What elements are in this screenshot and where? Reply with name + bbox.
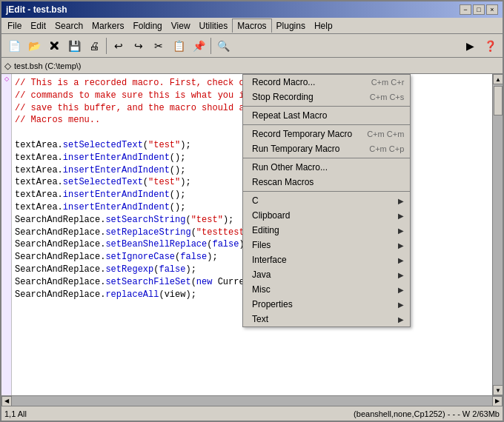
address-diamond: ◇ <box>4 61 11 71</box>
run-other-label: Run Other Macro... <box>252 162 328 173</box>
redo-button[interactable]: ↪ <box>129 36 148 56</box>
window-title: jEdit - test.bsh <box>6 4 67 15</box>
menu-sep-3 <box>243 158 410 158</box>
open-file-button[interactable]: 📂 <box>24 36 44 56</box>
menu-sub-text[interactable]: Text ▶ <box>243 312 410 326</box>
menu-sub-misc[interactable]: Misc ▶ <box>243 282 410 297</box>
paste-button[interactable]: 📌 <box>189 36 208 56</box>
menu-bar: File Edit Search Markers Folding View Ut… <box>1 18 503 34</box>
menu-sep-4 <box>243 191 410 192</box>
run-button[interactable]: ▶ <box>460 36 480 56</box>
record-macro-label: Record Macro... <box>252 77 315 87</box>
menu-rescan[interactable]: Rescan Macros <box>243 175 410 190</box>
rescan-label: Rescan Macros <box>252 177 314 187</box>
maximize-button[interactable]: □ <box>473 4 485 15</box>
record-temp-label: Record Temporary Macro <box>252 129 352 139</box>
undo-button[interactable]: ↩ <box>109 36 128 56</box>
cut-button[interactable]: ✂ <box>149 36 168 56</box>
close-button[interactable]: × <box>486 4 498 15</box>
print-button[interactable]: 🖨 <box>84 36 104 56</box>
sub-clipboard-label: Clipboard <box>252 210 290 221</box>
menu-record-macro[interactable]: Record Macro... C+m C+r <box>243 75 410 90</box>
menu-markers[interactable]: Markers <box>87 19 128 33</box>
menu-macros[interactable]: Macros <box>232 19 271 33</box>
menu-search[interactable]: Search <box>50 19 87 33</box>
menu-sep-2 <box>243 124 410 125</box>
menu-sub-files[interactable]: Files ▶ <box>243 238 410 252</box>
menu-record-temp[interactable]: Record Temporary Macro C+m C+m <box>243 127 410 141</box>
sub-java-arrow: ▶ <box>398 271 404 279</box>
title-bar: jEdit - test.bsh − □ × <box>1 1 503 18</box>
menu-sub-clipboard[interactable]: Clipboard ▶ <box>243 208 410 223</box>
sub-editing-arrow: ▶ <box>398 227 404 235</box>
toolbar-separator-1 <box>106 38 107 54</box>
menu-sub-c[interactable]: C ▶ <box>243 193 410 208</box>
save-button[interactable]: 💾 <box>64 36 84 56</box>
sub-interface-label: Interface <box>252 255 287 265</box>
status-bar: 1,1 All (beanshell,none,Cp1252) - - - W … <box>1 406 503 421</box>
record-temp-shortcut: C+m C+m <box>367 130 404 138</box>
menu-view[interactable]: View <box>167 19 195 33</box>
menu-folding[interactable]: Folding <box>128 19 166 33</box>
menu-edit[interactable]: Edit <box>26 19 50 33</box>
scroll-left-button[interactable]: ◀ <box>1 396 12 406</box>
menu-sub-properties[interactable]: Properties ▶ <box>243 297 410 312</box>
sub-c-arrow: ▶ <box>398 197 404 205</box>
address-bar: ◇ test.bsh (C:\temp\) <box>1 58 503 74</box>
menu-run-other[interactable]: Run Other Macro... <box>243 160 410 175</box>
sub-properties-label: Properties <box>252 299 293 309</box>
help-button[interactable]: ❓ <box>480 36 500 56</box>
toolbar-separator-2 <box>210 38 211 54</box>
menu-repeat-last[interactable]: Repeat Last Macro <box>243 108 410 123</box>
stop-recording-label: Stop Recording <box>252 92 314 102</box>
sub-text-label: Text <box>252 314 268 324</box>
toolbar: 📄 📂 🗙 💾 🖨 ↩ ↪ ✂ 📋 📌 🔍 ▶ ❓ <box>1 34 503 58</box>
sub-editing-label: Editing <box>252 225 279 235</box>
dropdown-overlay[interactable]: Record Macro... C+m C+r Stop Recording C… <box>1 74 503 395</box>
menu-file[interactable]: File <box>3 19 26 33</box>
hscroll-track[interactable] <box>12 396 492 406</box>
main-area: ◇ // This is a recorded macro. First, ch… <box>1 74 503 395</box>
menu-stop-recording[interactable]: Stop Recording C+m C+s <box>243 90 410 104</box>
repeat-last-label: Repeat Last Macro <box>252 110 327 121</box>
menu-utilities[interactable]: Utilities <box>195 19 233 33</box>
sub-text-arrow: ▶ <box>398 315 404 324</box>
menu-run-temp[interactable]: Run Temporary Macro C+m C+p <box>243 141 410 156</box>
sub-interface-arrow: ▶ <box>398 256 404 264</box>
menu-sub-editing[interactable]: Editing ▶ <box>243 223 410 238</box>
horizontal-scrollbar[interactable]: ◀ ▶ <box>1 395 503 406</box>
copy-button[interactable]: 📋 <box>169 36 188 56</box>
menu-sep-1 <box>243 106 410 107</box>
menu-sub-interface[interactable]: Interface ▶ <box>243 252 410 267</box>
sub-c-label: C <box>252 195 259 206</box>
sub-java-label: Java <box>252 269 271 280</box>
menu-plugins[interactable]: Plugins <box>272 19 310 33</box>
window-controls: − □ × <box>460 4 498 15</box>
sub-misc-arrow: ▶ <box>398 286 404 294</box>
status-left: 1,1 All <box>4 409 27 418</box>
close-file-button[interactable]: 🗙 <box>44 36 64 56</box>
menu-help[interactable]: Help <box>310 19 337 33</box>
main-window: jEdit - test.bsh − □ × File Edit Search … <box>0 0 504 422</box>
macros-dropdown: Record Macro... C+m C+r Stop Recording C… <box>242 74 411 327</box>
record-macro-shortcut: C+m C+r <box>371 78 405 87</box>
sub-clipboard-arrow: ▶ <box>398 212 404 220</box>
menu-sub-java[interactable]: Java ▶ <box>243 267 410 282</box>
run-temp-label: Run Temporary Macro <box>252 144 340 154</box>
minimize-button[interactable]: − <box>460 4 471 15</box>
sub-files-arrow: ▶ <box>398 241 404 249</box>
address-text: test.bsh (C:\temp\) <box>14 61 81 70</box>
sub-files-label: Files <box>252 240 271 250</box>
stop-recording-shortcut: C+m C+s <box>370 93 404 101</box>
run-temp-shortcut: C+m C+p <box>369 144 404 153</box>
sub-properties-arrow: ▶ <box>398 301 404 309</box>
new-file-button[interactable]: 📄 <box>4 36 24 56</box>
search-button[interactable]: 🔍 <box>213 36 233 56</box>
status-right: (beanshell,none,Cp1252) - - - W 2/63Mb <box>354 409 500 418</box>
sub-misc-label: Misc <box>252 284 271 295</box>
scroll-right-button[interactable]: ▶ <box>492 396 503 406</box>
